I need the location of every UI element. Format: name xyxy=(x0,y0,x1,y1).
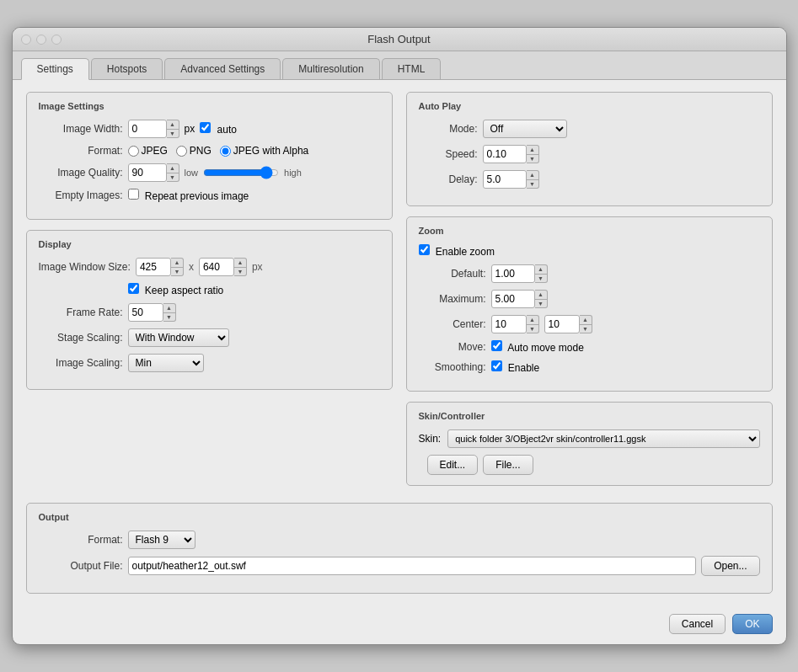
stage-scaling-label: Stage Scaling: xyxy=(39,332,123,344)
output-file-input[interactable] xyxy=(128,557,697,575)
skin-buttons: Edit... File... xyxy=(427,455,760,475)
delay-down[interactable]: ▼ xyxy=(527,180,538,189)
center-y-arrows: ▲ ▼ xyxy=(580,315,592,333)
zoom-maximum-label: Maximum: xyxy=(419,293,486,305)
zoom-maximum-input[interactable] xyxy=(491,290,535,308)
format-png-radio[interactable] xyxy=(176,146,187,157)
frame-rate-up[interactable]: ▲ xyxy=(163,304,175,313)
zoom-default-up[interactable]: ▲ xyxy=(535,265,547,275)
image-width-unit: px xyxy=(185,123,195,135)
center-x-up[interactable]: ▲ xyxy=(527,316,538,325)
window-width-input[interactable] xyxy=(136,258,171,276)
mode-row: Mode: Off On xyxy=(419,120,760,138)
tab-hotspots[interactable]: Hotspots xyxy=(91,58,163,79)
center-y-input[interactable] xyxy=(544,315,580,333)
window-height-input[interactable] xyxy=(199,258,234,276)
tab-multiresolution[interactable]: Multiresolution xyxy=(282,58,379,79)
delay-input[interactable] xyxy=(483,170,527,189)
smoothing-enable-label[interactable]: Enable xyxy=(491,360,540,374)
center-x-arrows: ▲ ▼ xyxy=(527,315,539,333)
delay-arrows: ▲ ▼ xyxy=(527,170,539,189)
window-height-down[interactable]: ▼ xyxy=(234,268,246,276)
empty-images-checkbox[interactable] xyxy=(128,189,139,200)
cancel-button[interactable]: Cancel xyxy=(669,614,726,634)
image-width-down[interactable]: ▼ xyxy=(167,130,179,138)
skin-row: Skin: quick folder 3/OBject2vr skin/cont… xyxy=(419,429,760,448)
close-button[interactable] xyxy=(21,35,31,45)
auto-move-label[interactable]: Auto move mode xyxy=(491,340,584,354)
keep-aspect-label[interactable]: Keep aspect ratio xyxy=(128,283,224,296)
speed-input[interactable] xyxy=(483,145,527,163)
zoom-default-arrows: ▲ ▼ xyxy=(535,264,548,283)
auto-checkbox-label[interactable]: auto xyxy=(200,122,237,136)
image-settings-label: Image Settings xyxy=(39,101,380,111)
skin-file-button[interactable]: File... xyxy=(483,455,533,475)
image-width-up[interactable]: ▲ xyxy=(167,120,179,130)
delay-up[interactable]: ▲ xyxy=(527,171,538,180)
stage-scaling-select[interactable]: With Window No Scaling Fit xyxy=(128,328,229,347)
frame-rate-down[interactable]: ▼ xyxy=(163,313,175,322)
format-png-label[interactable]: PNG xyxy=(176,145,212,157)
window-height-up[interactable]: ▲ xyxy=(234,259,246,268)
center-y-down[interactable]: ▼ xyxy=(580,325,592,333)
traffic-lights xyxy=(21,35,62,45)
center-x-down[interactable]: ▼ xyxy=(527,325,538,333)
zoom-default-down[interactable]: ▼ xyxy=(535,275,547,283)
auto-move-checkbox[interactable] xyxy=(491,340,502,351)
window-width-down[interactable]: ▼ xyxy=(171,268,183,276)
enable-zoom-label[interactable]: Enable zoom xyxy=(419,244,495,258)
skin-controller-label: Skin/Controller xyxy=(419,411,760,421)
format-jpeg-alpha-label[interactable]: JPEG with Alpha xyxy=(220,145,308,157)
tab-html[interactable]: HTML xyxy=(382,58,442,79)
image-width-label: Image Width: xyxy=(39,123,123,135)
display-section: Display Image Window Size: ▲ ▼ xyxy=(26,230,393,390)
image-width-arrows: ▲ ▼ xyxy=(167,120,179,138)
window-width-up[interactable]: ▲ xyxy=(171,259,183,268)
center-x-input[interactable] xyxy=(491,315,527,333)
output-format-select[interactable]: Flash 9 Flash 10 xyxy=(128,531,195,549)
stage-scaling-row: Stage Scaling: With Window No Scaling Fi… xyxy=(39,328,380,347)
open-button[interactable]: Open... xyxy=(701,556,759,576)
skin-select[interactable]: quick folder 3/OBject2vr skin/controller… xyxy=(447,429,759,448)
output-section-label: Output xyxy=(39,512,760,522)
image-quality-down[interactable]: ▼ xyxy=(167,173,179,182)
quality-high-label: high xyxy=(284,168,302,178)
zoom-default-input[interactable] xyxy=(491,264,535,283)
format-jpeg-radio[interactable] xyxy=(128,146,139,157)
ok-button[interactable]: OK xyxy=(732,614,772,634)
image-quality-arrows: ▲ ▼ xyxy=(167,163,179,182)
zoom-default-spinbox: ▲ ▼ xyxy=(491,264,548,283)
enable-zoom-checkbox[interactable] xyxy=(419,244,430,255)
image-quality-up[interactable]: ▲ xyxy=(167,164,179,173)
zoom-section-label: Zoom xyxy=(419,226,760,236)
minimize-button[interactable] xyxy=(36,35,46,45)
format-jpeg-label[interactable]: JPEG xyxy=(128,145,168,157)
keep-aspect-checkbox[interactable] xyxy=(128,283,139,294)
tab-settings[interactable]: Settings xyxy=(21,58,89,80)
tabs-bar: Settings Hotspots Advanced Settings Mult… xyxy=(13,51,786,80)
center-y-spinbox: ▲ ▼ xyxy=(544,315,592,333)
speed-up[interactable]: ▲ xyxy=(527,146,538,155)
tab-advanced-settings[interactable]: Advanced Settings xyxy=(164,58,281,79)
skin-edit-button[interactable]: Edit... xyxy=(427,455,479,475)
center-y-up[interactable]: ▲ xyxy=(580,316,592,325)
zoom-maximum-up[interactable]: ▲ xyxy=(535,291,547,300)
mode-select[interactable]: Off On xyxy=(483,120,567,138)
image-scaling-select[interactable]: Min Max Fit xyxy=(128,354,204,372)
zoom-maximum-down[interactable]: ▼ xyxy=(535,300,547,308)
quality-slider[interactable] xyxy=(203,167,279,179)
maximize-button[interactable] xyxy=(51,35,62,45)
format-row: Format: JPEG PNG xyxy=(39,145,380,157)
speed-down[interactable]: ▼ xyxy=(527,155,538,163)
format-jpeg-alpha-radio[interactable] xyxy=(220,146,231,157)
image-width-spinbox: ▲ ▼ xyxy=(128,120,179,138)
zoom-default-label: Default: xyxy=(419,268,486,280)
image-settings-section: Image Settings Image Width: ▲ ▼ px xyxy=(26,92,393,220)
smoothing-checkbox[interactable] xyxy=(491,360,502,371)
image-scaling-row: Image Scaling: Min Max Fit xyxy=(39,354,380,372)
auto-checkbox[interactable] xyxy=(200,122,211,133)
empty-images-checkbox-label[interactable]: Repeat previous image xyxy=(128,189,249,202)
frame-rate-input[interactable] xyxy=(128,303,163,322)
image-width-input[interactable] xyxy=(128,120,167,138)
image-quality-input[interactable] xyxy=(128,163,167,182)
